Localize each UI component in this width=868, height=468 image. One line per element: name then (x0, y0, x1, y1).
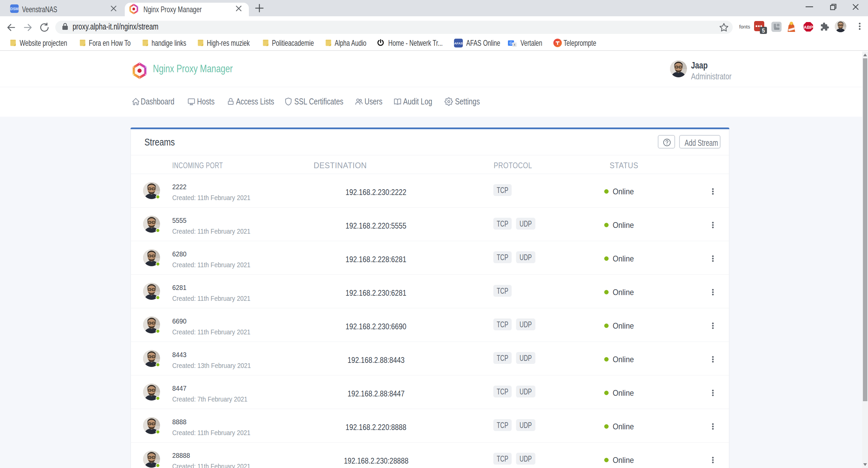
svg-text:x: x (514, 43, 515, 46)
svg-text:G: G (510, 41, 513, 45)
svg-text:5: 5 (762, 28, 765, 34)
svg-text:AFAS: AFAS (454, 41, 463, 45)
svg-text:DSM: DSM (10, 7, 18, 11)
svg-text:ABP: ABP (804, 25, 813, 30)
